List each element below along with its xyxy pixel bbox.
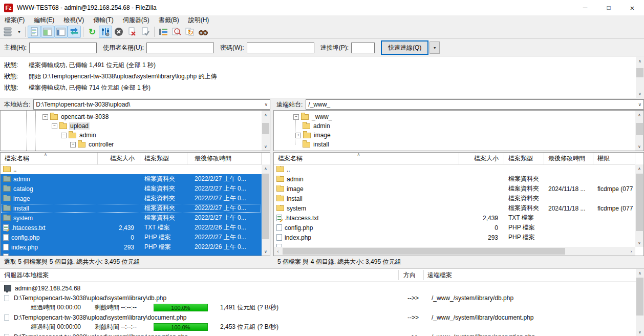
host-input[interactable] [29, 43, 97, 53]
file-row-index[interactable]: index.php 293PHP 檔案 [274, 233, 635, 242]
file-row-admin[interactable]: admin 檔案資料夾2022/2/27 上午 0... [1, 174, 262, 184]
toggle-message-log-button[interactable] [28, 26, 41, 38]
quickconnect-dropdown-button[interactable]: ▼ [430, 41, 440, 54]
column-header-perms[interactable]: 權限 [593, 153, 635, 164]
toggle-transfer-queue-button[interactable] [68, 26, 81, 38]
expand-icon[interactable]: + [70, 142, 76, 148]
file-row-catalog[interactable]: catalog 檔案資料夾2022/2/27 上午 0... [1, 184, 262, 194]
column-header-type[interactable]: 檔案類型 [504, 153, 544, 164]
collapse-icon[interactable]: − [52, 123, 57, 129]
file-row-parent[interactable]: .. [274, 164, 635, 174]
combo-chevron-icon[interactable]: ∨ [264, 102, 268, 107]
log-scrollbar[interactable]: ∧ ∨ [636, 57, 644, 98]
password-input[interactable] [247, 43, 314, 53]
compare-directories-button[interactable] [170, 26, 183, 38]
find-files-button[interactable] [197, 26, 210, 38]
close-button[interactable]: × [620, 0, 644, 15]
remote-tree-scrollbar[interactable]: ∧ ∨ [635, 111, 643, 151]
toggle-local-tree-button[interactable] [41, 26, 54, 38]
remote-list-hscrollbar[interactable]: ‹ › [274, 247, 635, 256]
column-header-modified[interactable]: 最後修改時間 [544, 153, 593, 164]
collapse-icon[interactable]: − [42, 114, 48, 120]
file-row-partial[interactable] [274, 242, 635, 247]
file-row-install[interactable]: install 檔案資料夾2022/2/27 上午 0... [1, 203, 262, 213]
tree-item-opencart-tw-3038[interactable]: −opencart-tw-3038 [1, 112, 270, 121]
minimize-button[interactable]: ─ [573, 0, 597, 15]
port-input[interactable] [351, 43, 375, 53]
disconnect-button[interactable] [125, 26, 139, 38]
file-row-parent[interactable]: .. [1, 164, 262, 174]
menu-edit[interactable]: 編輯(E) [29, 15, 59, 25]
scroll-up-icon[interactable]: ∧ [636, 57, 644, 65]
reconnect-button[interactable] [139, 26, 152, 38]
collapse-icon[interactable]: − [293, 114, 299, 120]
scroll-right-icon[interactable]: › [627, 247, 635, 256]
queue-column-local[interactable]: 伺服器/本地檔案 [4, 269, 49, 281]
column-header-name[interactable]: 檔案名稱∧ [274, 153, 459, 164]
expand-icon[interactable]: + [295, 133, 301, 138]
scroll-down-icon[interactable]: ∨ [636, 328, 644, 336]
scroll-left-icon[interactable]: ‹ [274, 247, 282, 256]
scroll-up-icon[interactable]: ∧ [635, 111, 643, 119]
menu-help[interactable]: 說明(H) [184, 15, 214, 25]
file-row-htaccess[interactable]: .htaccess.txt 2,439TXT 檔案 [274, 213, 635, 223]
collapse-icon[interactable]: − [61, 133, 67, 138]
scroll-up-icon[interactable]: ∧ [262, 164, 270, 173]
column-header-name[interactable]: 檔案名稱∧ [1, 153, 98, 164]
tree-item-www[interactable]: −_www_ [274, 112, 643, 121]
scroll-down-icon[interactable]: ∨ [636, 90, 644, 98]
scroll-down-icon[interactable]: ∨ [262, 247, 270, 256]
column-header-type[interactable]: 檔案類型 [140, 153, 187, 164]
site-manager-button[interactable] [2, 26, 15, 38]
remote-list-scrollbar[interactable]: ∧ ∨ [635, 164, 643, 247]
file-row-htaccess[interactable]: .htaccess.txt 2,439TXT 檔案2022/2/26 上午 0.… [1, 223, 262, 233]
tree-item-upload[interactable]: −upload [1, 121, 270, 131]
refresh-button[interactable]: ↻ [85, 26, 99, 38]
username-input[interactable] [146, 43, 214, 53]
menu-transfer[interactable]: 傳輸(T) [89, 15, 118, 25]
scrollbar-thumb[interactable] [283, 248, 565, 255]
tree-item-image[interactable]: +image [274, 131, 643, 140]
menu-file[interactable]: 檔案(F) [0, 15, 29, 25]
local-path-combobox[interactable]: D:\Temp\opencart-tw-3038\upload\ ∨ [33, 99, 270, 110]
quickconnect-button[interactable]: 快速連線(Q) [381, 40, 428, 55]
tree-item-admin[interactable]: −admin [1, 131, 270, 140]
scrollbar-thumb[interactable] [262, 174, 269, 239]
local-list-scrollbar[interactable]: ∧ ∨ [262, 164, 270, 256]
queue-item-row[interactable]: D:\Temp\opencart-tw-3038\upload\system\l… [4, 312, 634, 322]
file-row-config[interactable]: config.php 0PHP 檔案2022/2/27 上午 0... [1, 233, 262, 242]
local-tree-scrollbar[interactable]: ∧ ∨ [262, 111, 270, 151]
maximize-button[interactable]: □ [597, 0, 620, 15]
tree-item-controller[interactable]: +controller [1, 140, 270, 149]
queue-scrollbar[interactable]: ∧ ∨ [636, 269, 644, 336]
tree-item-admin[interactable]: admin [274, 121, 643, 131]
scroll-up-icon[interactable]: ∧ [635, 164, 643, 173]
menu-bookmarks[interactable]: 書籤(B) [154, 15, 184, 25]
scrollbar-thumb[interactable] [636, 174, 643, 231]
menu-server[interactable]: 伺服器(S) [118, 15, 154, 25]
queue-column-remote[interactable]: 遠端檔案 [427, 269, 452, 281]
synchronized-browsing-button[interactable]: ↻ [183, 26, 197, 38]
file-row-config[interactable]: config.php 0PHP 檔案 [274, 223, 635, 233]
combo-chevron-icon[interactable]: ∨ [638, 102, 641, 107]
scrollbar-thumb[interactable] [636, 68, 643, 77]
scroll-down-icon[interactable]: ∨ [635, 239, 643, 247]
scroll-up-icon[interactable]: ∧ [262, 111, 270, 119]
file-row-image[interactable]: image 檔案資料夾2022/2/27 上午 0... [1, 194, 262, 203]
queue-item-row[interactable]: D:\Temp\opencart-tw-3038\upload\system\l… [4, 332, 634, 336]
scroll-down-icon[interactable]: ∨ [635, 142, 643, 151]
scrollbar-thumb[interactable] [636, 278, 643, 316]
file-row-index[interactable]: index.php 293PHP 檔案2022/2/26 上午 0... [1, 242, 262, 252]
file-row-partial[interactable] [1, 252, 262, 256]
site-manager-dropdown-button[interactable]: ▼ [15, 26, 23, 38]
scroll-down-icon[interactable]: ∨ [262, 142, 270, 151]
file-row-image[interactable]: image 檔案資料夾2024/11/18 ...flcdmpe (077 [274, 184, 635, 194]
file-row-admin[interactable]: admin 檔案資料夾 [274, 174, 635, 184]
queue-server-row[interactable]: admin@192.168.254.68 [4, 283, 80, 293]
scroll-up-icon[interactable]: ∧ [636, 269, 644, 277]
queue-item-row[interactable]: D:\Temp\opencart-tw-3038\upload\system\l… [4, 293, 634, 303]
scrollbar-thumb[interactable] [262, 123, 269, 134]
cancel-button[interactable] [112, 26, 125, 38]
remote-path-combobox[interactable]: /_www_ ∨ [306, 99, 644, 110]
file-row-system[interactable]: system 檔案資料夾2022/2/27 上午 0... [1, 213, 262, 223]
